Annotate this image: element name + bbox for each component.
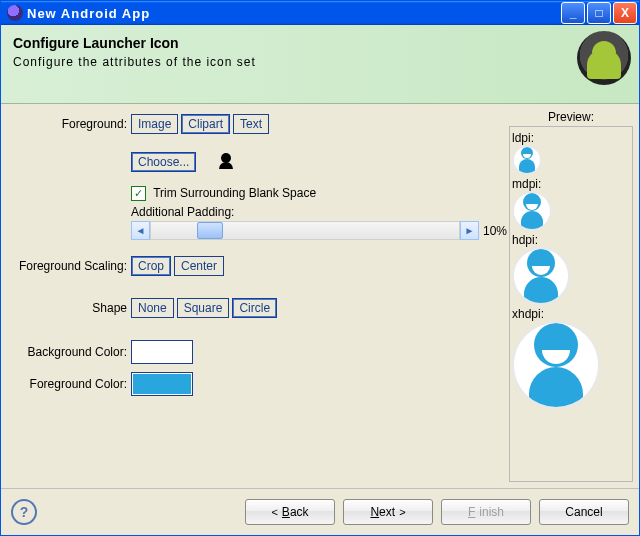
shape-opt-none[interactable]: None (131, 298, 174, 318)
window-title: New Android App (27, 6, 559, 21)
slider-right-button[interactable]: ► (460, 221, 479, 240)
preview-mdpi-icon (512, 191, 552, 231)
slider-track[interactable] (150, 221, 460, 240)
preview-ldpi-icon (512, 145, 542, 175)
banner-subtext: Configure the attributes of the icon set (13, 55, 627, 69)
fgcolor-swatch[interactable] (131, 372, 193, 396)
person-icon (217, 153, 235, 171)
preview-xhdpi-icon (512, 321, 600, 409)
wizard-footer: ? <Back Next> Finish Cancel (1, 488, 639, 535)
foreground-label: Foreground: (7, 117, 131, 131)
shape-opt-circle[interactable]: Circle (232, 298, 277, 318)
foreground-opt-image[interactable]: Image (131, 114, 178, 134)
maximize-button[interactable]: □ (587, 2, 611, 24)
wizard-banner: Configure Launcher Icon Configure the at… (1, 25, 639, 104)
bgcolor-swatch[interactable] (131, 340, 193, 364)
trim-label: Trim Surrounding Blank Space (153, 186, 316, 200)
wizard-window: New Android App _ □ X Configure Launcher… (0, 0, 640, 536)
title-bar: New Android App _ □ X (1, 1, 639, 25)
shape-opt-square[interactable]: Square (177, 298, 230, 318)
chevron-left-icon: < (271, 506, 277, 518)
slider-left-button[interactable]: ◄ (131, 221, 150, 240)
scaling-label: Foreground Scaling: (7, 259, 131, 273)
scaling-opt-center[interactable]: Center (174, 256, 224, 276)
form-area: Foreground: Image Clipart Text Choose...… (7, 110, 507, 488)
preview-pane: ldpi: mdpi: hdpi: xhdpi: (509, 126, 633, 482)
preview-hdpi-label: hdpi: (512, 233, 630, 247)
choose-clipart-button[interactable]: Choose... (131, 152, 196, 172)
finish-button: Finish (441, 499, 531, 525)
close-button[interactable]: X (613, 2, 637, 24)
help-button[interactable]: ? (11, 499, 37, 525)
preview-xhdpi-label: xhdpi: (512, 307, 630, 321)
preview-hdpi-icon (512, 247, 570, 305)
trim-checkbox[interactable]: ✓ (131, 186, 146, 201)
chevron-right-icon: > (399, 506, 405, 518)
banner-heading: Configure Launcher Icon (13, 35, 627, 51)
preview-mdpi-label: mdpi: (512, 177, 630, 191)
foreground-opt-clipart[interactable]: Clipart (181, 114, 230, 134)
padding-value: 10% (483, 224, 507, 238)
slider-thumb[interactable] (197, 222, 223, 239)
foreground-opt-text[interactable]: Text (233, 114, 269, 134)
padding-slider[interactable]: ◄ ► 10% (131, 221, 507, 240)
preview-title: Preview: (509, 110, 633, 124)
next-button[interactable]: Next> (343, 499, 433, 525)
padding-label: Additional Padding: (131, 205, 507, 219)
back-button[interactable]: <Back (245, 499, 335, 525)
cancel-button[interactable]: Cancel (539, 499, 629, 525)
fgcolor-label: Foreground Color: (7, 377, 131, 391)
minimize-button[interactable]: _ (561, 2, 585, 24)
wizard-body: Foreground: Image Clipart Text Choose...… (1, 104, 639, 488)
preview-ldpi-label: ldpi: (512, 131, 630, 145)
eclipse-icon (7, 5, 23, 21)
bgcolor-label: Background Color: (7, 345, 131, 359)
scaling-opt-crop[interactable]: Crop (131, 256, 171, 276)
android-icon (577, 31, 631, 85)
shape-label: Shape (7, 301, 131, 315)
preview-column: Preview: ldpi: mdpi: hdpi: xhdpi: (509, 110, 633, 488)
